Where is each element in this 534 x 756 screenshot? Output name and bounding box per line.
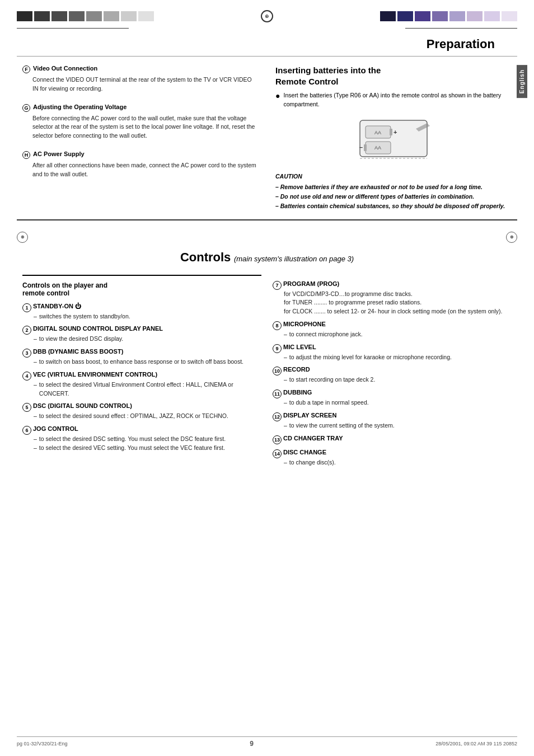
bar-segment	[432, 11, 448, 21]
top-decorative-bars: ⊕	[0, 0, 534, 22]
ctrl-header-9: 9 MIC LEVEL	[273, 344, 512, 353]
section-id-h: H	[25, 152, 29, 158]
ctrl-desc-text-11: to dub a tape in normal speed.	[289, 398, 369, 407]
ctrl-name-1: STANDBY-ON ⏻	[33, 303, 81, 309]
battery-image: AA AA + –	[275, 115, 512, 165]
section-header-f: F Video Out Connection	[22, 65, 259, 73]
caution-item-1: – Remove batteries if they are exhausted…	[275, 182, 512, 192]
controls-content: Controls on the player and remote contro…	[0, 269, 534, 477]
ctrl-name-11: DUBBING	[283, 389, 312, 396]
ctrl-header-1: 1 STANDBY-ON ⏻	[22, 303, 261, 312]
section-title-h: AC Power Supply	[33, 151, 85, 157]
svg-text:AA: AA	[374, 145, 381, 151]
svg-text:–: –	[359, 144, 363, 151]
ctrl-name-8: MICROPHONE	[283, 321, 326, 327]
ctrl-desc-text-7c: for CLOCK ....... to select 12- or 24- h…	[284, 307, 502, 316]
dash-icon: –	[34, 312, 37, 321]
bar-segment	[484, 11, 500, 21]
ctrl-name-3: DBB (DYNAMIC BASS BOOST)	[33, 348, 123, 355]
svg-rect-5	[364, 144, 367, 151]
ctrl-name-10: RECORD	[283, 366, 310, 373]
controls-right-panel: 7 PROGRAM (PROG) for VCD/CD/MP3-CD…to pr…	[273, 275, 512, 472]
section-circle-h: H	[22, 151, 30, 159]
bar-segment	[86, 11, 102, 21]
section-body-f: Connect the VIDEO OUT terminal at the re…	[22, 76, 259, 93]
section-video-out: F Video Out Connection Connect the VIDEO…	[22, 65, 259, 93]
caution-title: CAUTION	[275, 172, 512, 181]
svg-text:+: +	[394, 129, 397, 135]
controls-panel-heading-line2: remote control	[22, 289, 69, 297]
ctrl-header-10: 10 RECORD	[273, 366, 512, 375]
ctrl-desc-1: – switches the system to standby/on.	[22, 312, 261, 321]
ctrl-num-8: 8	[273, 321, 282, 330]
right-column: English Inserting batteries into the Rem…	[275, 65, 512, 211]
dash-icon: –	[34, 381, 37, 398]
footer-right: 28/05/2001, 09:02 AM 39 115 20852	[435, 741, 517, 746]
ctrl-name-7: PROGRAM (PROG)	[283, 280, 339, 287]
caution-block: CAUTION – Remove batteries if they are e…	[275, 172, 512, 211]
main-content-top: F Video Out Connection Connect the VIDEO…	[0, 57, 534, 211]
ctrl-desc-12: – to view the current setting of the sys…	[273, 421, 512, 430]
ctrl-header-2: 2 DIGITAL SOUND CONTROL DISPLAY PANEL	[22, 325, 261, 335]
section-circle-f: F	[22, 65, 30, 73]
caution-item-3: – Batteries contain chemical substances,…	[275, 201, 512, 211]
battery-section-title: Inserting batteries into the Remote Cont…	[275, 65, 512, 87]
svg-rect-2	[390, 129, 392, 135]
ctrl-header-6: 6 JOG CONTROL	[22, 425, 261, 435]
battery-instruction: ● Insert the batteries (Type R06 or AA) …	[275, 91, 512, 109]
ctrl-item-8: 8 MICROPHONE – to connect microphone jac…	[273, 321, 512, 339]
section-header-h: H AC Power Supply	[22, 151, 259, 159]
section-body-g: Before connecting the AC power cord to t…	[22, 114, 259, 140]
ctrl-desc-text-5: to select the desired sound effect : OPT…	[39, 412, 228, 421]
ctrl-desc-5: – to select the desired sound effect : O…	[22, 412, 261, 421]
ctrl-desc-text-7b: for TUNER ........ to programme preset r…	[284, 298, 421, 307]
top-line-right	[405, 28, 517, 29]
ctrl-item-10: 10 RECORD – to start recording on tape d…	[273, 366, 512, 384]
ctrl-header-8: 8 MICROPHONE	[273, 321, 512, 330]
section-id-g: G	[24, 105, 28, 111]
ctrl-num-11: 11	[273, 389, 282, 398]
ctrl-name-9: MIC LEVEL	[283, 344, 316, 350]
ctrl-desc-7a: for VCD/CD/MP3-CD…to programme disc trac…	[273, 290, 512, 299]
bar-segment	[397, 11, 413, 21]
section-circle-g: G	[22, 104, 30, 112]
left-column: F Video Out Connection Connect the VIDEO…	[22, 65, 259, 211]
mid-compass-row: ⊕ ⊕	[0, 229, 534, 246]
ctrl-item-11: 11 DUBBING – to dub a tape in normal spe…	[273, 389, 512, 407]
ctrl-num-2: 2	[22, 326, 31, 335]
bar-segment	[104, 11, 119, 21]
ctrl-num-7: 7	[273, 281, 282, 290]
bar-segment	[69, 11, 85, 21]
ctrl-desc-text-6b: to select the desired VEC setting. You m…	[39, 444, 225, 453]
footer-page-number: 9	[250, 740, 254, 748]
dash-icon: –	[284, 330, 287, 339]
section-header-g: G Adjusting the Operating Voltage	[22, 104, 259, 112]
ctrl-desc-10: – to start recording on tape deck 2.	[273, 375, 512, 384]
ctrl-desc-text-4: to select the desired Virtual Environmen…	[39, 381, 261, 398]
ctrl-header-4: 4 VEC (VIRTUAL ENVIRONMENT CONTROL)	[22, 371, 261, 381]
ctrl-num-5: 5	[22, 403, 31, 412]
dash-icon: –	[34, 335, 37, 344]
ctrl-header-7: 7 PROGRAM (PROG)	[273, 280, 512, 290]
ctrl-desc-text-2: to view the desired DSC display.	[39, 335, 123, 344]
bar-segment	[121, 11, 137, 21]
ctrl-header-14: 14 DISC CHANGE	[273, 449, 512, 458]
ctrl-item-1: 1 STANDBY-ON ⏻ – switches the system to …	[22, 303, 261, 321]
controls-panel-heading: Controls on the player and remote contro…	[22, 281, 261, 297]
ctrl-name-4: VEC (VIRTUAL ENVIRONMENT CONTROL)	[33, 371, 157, 378]
ctrl-name-12: DISPLAY SCREEN	[283, 412, 336, 419]
ctrl-num-6: 6	[22, 426, 31, 435]
ctrl-header-11: 11 DUBBING	[273, 389, 512, 398]
bar-segment	[138, 11, 154, 21]
ctrl-desc-6a: – to select the desired DSC setting. You…	[22, 435, 261, 444]
ctrl-item-13: 13 CD CHANGER TRAY	[273, 435, 512, 444]
bar-segment	[51, 11, 67, 21]
dash-icon: –	[34, 412, 37, 421]
ctrl-desc-9: – to adjust the mixing level for karaoke…	[273, 353, 512, 362]
bar-segment	[502, 11, 517, 21]
ctrl-desc-text-10: to start recording on tape deck 2.	[289, 375, 376, 384]
ctrl-item-5: 5 DSC (DIGITAL SOUND CONTROL) – to selec…	[22, 402, 261, 421]
dash-icon: –	[284, 458, 287, 467]
page-footer: pg 01-32/V320/21-Eng 9 28/05/2001, 09:02…	[17, 736, 517, 748]
battery-svg: AA AA + –	[349, 115, 438, 165]
